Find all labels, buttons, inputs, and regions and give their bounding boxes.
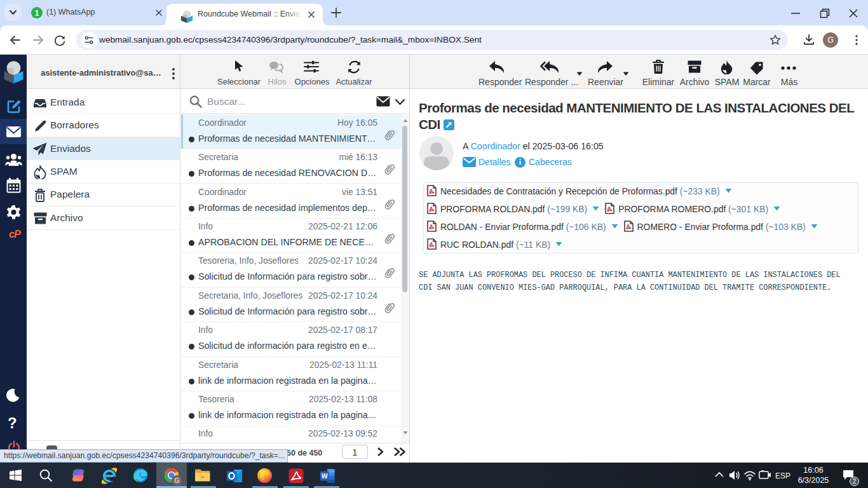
- svg-text:1: 1: [35, 9, 39, 18]
- svg-text:W: W: [322, 472, 328, 480]
